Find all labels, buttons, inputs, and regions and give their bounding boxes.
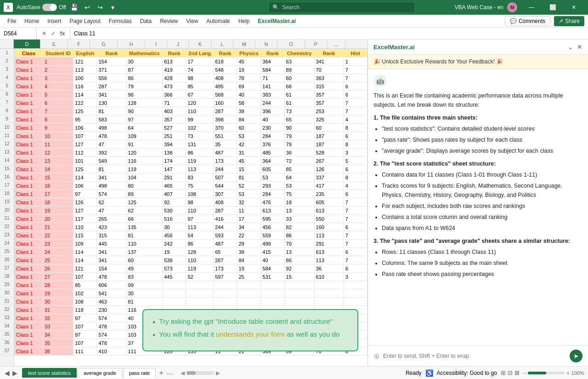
table-cell[interactable]: 19 [237,264,261,273]
table-cell[interactable]: Class 1 [15,132,43,140]
table-cell[interactable]: 3 [344,149,367,157]
table-cell[interactable]: 28 [43,281,73,289]
table-cell[interactable]: 287 [214,207,237,215]
save-icon[interactable]: 💾 [70,3,79,12]
table-cell[interactable]: 8 [344,173,367,182]
table-cell[interactable]: Class 1 [15,207,43,215]
table-cell[interactable]: Class 1 [15,165,43,173]
table-cell[interactable]: 5 [43,91,73,99]
table-cell[interactable]: 49 [126,264,163,273]
table-cell[interactable]: 36 [314,264,344,273]
table-cell[interactable]: 445 [97,240,126,248]
table-cell[interactable]: 60 [126,256,163,264]
table-cell[interactable]: 7 [43,107,73,115]
table-cell[interactable]: 137 [126,248,163,256]
table-cell[interactable]: 135 [126,223,163,231]
table-cell[interactable]: 71 [163,99,186,107]
table-cell[interactable]: 4 [43,82,73,91]
undo-icon[interactable]: ↩ [83,3,92,12]
table-cell[interactable]: 10 [43,132,73,140]
table-cell[interactable]: 75 [284,190,314,198]
table-row[interactable]: Class 19106498645271023706023090608 [15,124,368,132]
table-cell[interactable]: 307 [214,190,237,198]
table-row[interactable]: Class 117975748940710830753284752356 [15,190,368,198]
table-cell[interactable]: 584 [261,264,284,273]
table-cell[interactable]: 160 [214,99,237,107]
table-cell[interactable]: 18 [284,198,314,207]
table-cell[interactable]: 101 [74,157,97,165]
table-cell[interactable]: 593 [214,231,237,240]
table-cell[interactable] [237,281,261,289]
table-row[interactable]: Class 1211337187419745481958489707 [15,66,368,74]
table-cell[interactable]: 7 [344,198,367,207]
table-row[interactable]: Class 15114341963666756840383613576 [15,91,368,99]
table-cell[interactable]: 102 [186,124,214,132]
table-cell[interactable]: 138 [163,149,186,157]
table-cell[interactable]: Student ID [43,49,73,57]
table-cell[interactable]: 121 [74,57,97,66]
table-cell[interactable]: Class 1 [15,66,43,74]
table-cell[interactable]: 64 [126,124,163,132]
table-row[interactable]: Class 11310154911617411917345364722675 [15,157,368,165]
table-cell[interactable]: 53 [237,190,261,198]
table-row[interactable]: Class 119127476253011028711613136137 [15,207,368,215]
table-cell[interactable]: 128 [126,99,163,107]
zoom-out-icon[interactable]: − [523,370,526,376]
table-cell[interactable]: 109 [126,132,163,140]
table-cell[interactable]: 251 [163,132,186,140]
table-cell[interactable]: 419 [163,66,186,74]
table-cell[interactable]: Class 1 [15,57,43,66]
add-sheet-button[interactable]: + [157,368,166,378]
table-cell[interactable]: 120 [126,149,163,157]
table-cell[interactable]: 118 [74,306,97,314]
table-cell[interactable]: 1 [344,57,367,66]
sidebar-collapse-button[interactable]: ⌄ [568,43,573,51]
table-cell[interactable]: 15 [237,165,261,173]
table-cell[interactable]: 22 [43,231,73,240]
table-cell[interactable]: 337 [314,173,344,182]
table-cell[interactable]: 18 [43,198,73,207]
table-cell[interactable]: 605 [261,165,284,173]
table-cell[interactable]: 117 [74,215,97,223]
table-cell[interactable]: 408 [214,74,237,82]
table-cell[interactable]: 6 [344,264,367,273]
table-cell[interactable]: 98 [186,74,214,82]
table-cell[interactable]: 83 [126,273,163,281]
table-cell[interactable]: Class 1 [15,173,43,182]
table-cell[interactable]: 6 [344,223,367,231]
table-cell[interactable]: 4 [344,115,367,124]
table-cell[interactable]: 65 [284,115,314,124]
table-cell[interactable]: 60 [237,124,261,132]
table-row[interactable]: Class 17125819040311028739396732537 [15,107,368,115]
table-cell[interactable]: 53 [284,182,314,190]
menu-view[interactable]: View [183,16,202,26]
table-cell[interactable]: 22 [237,231,261,240]
send-button[interactable]: ➤ [570,350,582,362]
table-cell[interactable] [214,281,237,289]
table-cell[interactable]: 97 [186,215,214,223]
table-cell[interactable]: 29 [43,289,73,298]
nav-left-button[interactable]: ◀ [4,369,11,377]
table-cell[interactable]: 74 [186,66,214,74]
table-cell[interactable]: 17 [43,190,73,198]
table-cell[interactable]: 498 [97,124,126,132]
table-cell[interactable]: 111 [74,347,97,356]
table-cell[interactable]: 16 [43,182,73,190]
table-cell[interactable]: 116 [74,82,97,91]
table-cell[interactable]: 7 [344,240,367,248]
table-cell[interactable]: 141 [261,82,284,91]
normal-view-icon[interactable]: ⊞ [501,369,506,376]
table-cell[interactable] [237,289,261,298]
table-cell[interactable]: 24 [43,248,73,256]
table-cell[interactable]: 244 [214,223,237,231]
table-cell[interactable]: 265 [97,215,126,223]
table-cell[interactable]: 54 [186,231,214,240]
table-cell[interactable]: 597 [214,273,237,281]
table-cell[interactable]: 81 [97,107,126,115]
table-row[interactable]: Class 189558397357993988440653254 [15,115,368,124]
table-cell[interactable]: 34 [237,223,261,231]
table-cell[interactable]: 119 [186,157,214,165]
table-cell[interactable]: 15 [284,273,314,281]
table-cell[interactable]: 383 [261,91,284,99]
table-cell[interactable]: 568 [214,91,237,99]
